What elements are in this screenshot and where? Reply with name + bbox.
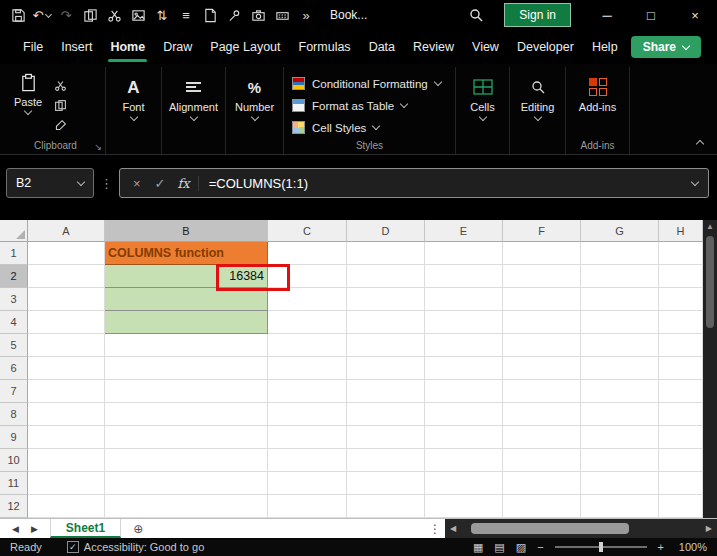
sort-button[interactable]: ⇅ bbox=[150, 2, 174, 28]
cell-G4[interactable] bbox=[581, 311, 659, 334]
cell-D11[interactable] bbox=[347, 472, 425, 495]
new-document-icon[interactable] bbox=[198, 2, 222, 28]
cell-D4[interactable] bbox=[347, 311, 425, 334]
zoom-level[interactable]: 100% bbox=[675, 541, 707, 553]
cell-B5[interactable] bbox=[105, 334, 268, 357]
select-all-button[interactable] bbox=[0, 220, 28, 242]
cell-B7[interactable] bbox=[105, 380, 268, 403]
cell-G8[interactable] bbox=[581, 403, 659, 426]
cell-D7[interactable] bbox=[347, 380, 425, 403]
addins-button[interactable]: Add-ins bbox=[566, 67, 629, 138]
prev-sheet-icon[interactable]: ◀ bbox=[12, 524, 19, 534]
cell-F4[interactable] bbox=[503, 311, 581, 334]
cell-H7[interactable] bbox=[659, 380, 703, 403]
cell-A9[interactable] bbox=[28, 426, 105, 449]
menu-file[interactable]: File bbox=[14, 31, 52, 63]
column-header-B[interactable]: B bbox=[105, 220, 268, 242]
cell-F1[interactable] bbox=[503, 242, 581, 265]
cell-G3[interactable] bbox=[581, 288, 659, 311]
cell-E11[interactable] bbox=[425, 472, 503, 495]
expand-formula-bar-icon[interactable] bbox=[691, 177, 699, 185]
cell-D2[interactable] bbox=[347, 265, 425, 288]
cell-A12[interactable] bbox=[28, 495, 105, 518]
menu-data[interactable]: Data bbox=[360, 31, 404, 63]
cell-D12[interactable] bbox=[347, 495, 425, 518]
redo-button[interactable]: ↷ bbox=[54, 2, 78, 28]
save-icon[interactable] bbox=[6, 2, 30, 28]
camera-icon[interactable] bbox=[246, 2, 270, 28]
cell-G11[interactable] bbox=[581, 472, 659, 495]
cell-C12[interactable] bbox=[268, 495, 347, 518]
format-as-table-button[interactable]: Format as Table bbox=[292, 95, 455, 116]
cell-C3[interactable] bbox=[268, 288, 347, 311]
cell-H12[interactable] bbox=[659, 495, 703, 518]
cell-C6[interactable] bbox=[268, 357, 347, 380]
cell-G6[interactable] bbox=[581, 357, 659, 380]
cell-styles-button[interactable]: Cell Styles bbox=[292, 117, 455, 138]
cell-H3[interactable] bbox=[659, 288, 703, 311]
cell-D10[interactable] bbox=[347, 449, 425, 472]
row-header-4[interactable]: 4 bbox=[0, 311, 28, 334]
cell-B12[interactable] bbox=[105, 495, 268, 518]
pin-icon[interactable] bbox=[222, 2, 246, 28]
row-header-1[interactable]: 1 bbox=[0, 242, 28, 265]
menu-insert[interactable]: Insert bbox=[52, 31, 101, 63]
cell-A8[interactable] bbox=[28, 403, 105, 426]
minimize-button[interactable]: ─ bbox=[585, 0, 629, 30]
horizontal-scrollbar[interactable]: ◀ ▶ bbox=[445, 519, 717, 538]
page-layout-view-icon[interactable]: ▤ bbox=[494, 541, 504, 554]
cell-F9[interactable] bbox=[503, 426, 581, 449]
cell-C7[interactable] bbox=[268, 380, 347, 403]
menu-review[interactable]: Review bbox=[404, 31, 463, 63]
font-button[interactable]: A Font bbox=[106, 67, 161, 138]
cell-D9[interactable] bbox=[347, 426, 425, 449]
row-header-6[interactable]: 6 bbox=[0, 357, 28, 380]
cell-B11[interactable] bbox=[105, 472, 268, 495]
cell-G2[interactable] bbox=[581, 265, 659, 288]
menu-help[interactable]: Help bbox=[583, 31, 627, 63]
sign-in-button[interactable]: Sign in bbox=[504, 3, 571, 27]
copy-icon[interactable] bbox=[78, 2, 102, 28]
cell-C8[interactable] bbox=[268, 403, 347, 426]
cell-B4[interactable] bbox=[105, 311, 268, 334]
row-header-7[interactable]: 7 bbox=[0, 380, 28, 403]
cell-E7[interactable] bbox=[425, 380, 503, 403]
row-header-12[interactable]: 12 bbox=[0, 495, 28, 518]
cell-F2[interactable] bbox=[503, 265, 581, 288]
cell-E3[interactable] bbox=[425, 288, 503, 311]
collapse-ribbon-button[interactable] bbox=[696, 140, 704, 148]
page-break-view-icon[interactable]: ▨ bbox=[516, 541, 526, 554]
column-header-F[interactable]: F bbox=[503, 220, 581, 242]
alignment-button[interactable]: Alignment bbox=[162, 67, 225, 138]
scroll-up-icon[interactable]: ▲ bbox=[703, 222, 717, 231]
menu-view[interactable]: View bbox=[463, 31, 508, 63]
document-name[interactable]: Book... bbox=[330, 8, 367, 22]
cell-A3[interactable] bbox=[28, 288, 105, 311]
cell-A10[interactable] bbox=[28, 449, 105, 472]
cut-icon[interactable] bbox=[102, 2, 126, 28]
cell-E2[interactable] bbox=[425, 265, 503, 288]
cell-F10[interactable] bbox=[503, 449, 581, 472]
conditional-formatting-button[interactable]: Conditional Formatting bbox=[292, 73, 455, 94]
cell-A1[interactable] bbox=[28, 242, 105, 265]
column-header-E[interactable]: E bbox=[425, 220, 503, 242]
cell-D1[interactable] bbox=[347, 242, 425, 265]
cell-E9[interactable] bbox=[425, 426, 503, 449]
cell-H2[interactable] bbox=[659, 265, 703, 288]
cell-H9[interactable] bbox=[659, 426, 703, 449]
menu-home[interactable]: Home bbox=[101, 31, 154, 63]
column-header-H[interactable]: H bbox=[659, 220, 703, 242]
row-header-10[interactable]: 10 bbox=[0, 449, 28, 472]
sheet-bar-dots-icon[interactable]: ⋮ bbox=[425, 519, 445, 538]
cell-G12[interactable] bbox=[581, 495, 659, 518]
cell-G5[interactable] bbox=[581, 334, 659, 357]
picture-icon[interactable] bbox=[126, 2, 150, 28]
menu-developer[interactable]: Developer bbox=[508, 31, 583, 63]
editing-button[interactable]: Editing bbox=[510, 67, 565, 138]
close-button[interactable]: × bbox=[673, 0, 717, 30]
cell-D8[interactable] bbox=[347, 403, 425, 426]
cell-E8[interactable] bbox=[425, 403, 503, 426]
menu-page-layout[interactable]: Page Layout bbox=[201, 31, 289, 63]
cell-C1[interactable] bbox=[268, 242, 347, 265]
enter-icon[interactable]: ✓ bbox=[148, 176, 173, 191]
